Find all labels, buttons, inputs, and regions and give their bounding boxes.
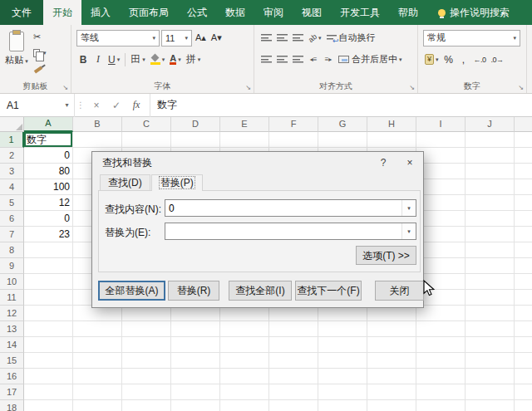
number-format-combobox[interactable]: 常规▾ [423, 30, 520, 46]
cell-I18[interactable] [416, 400, 466, 411]
clipboard-dialog-launcher[interactable]: ↘ [62, 85, 68, 91]
cell-J4[interactable] [466, 179, 515, 195]
cell-B16[interactable] [73, 369, 122, 384]
cell-F18[interactable] [269, 400, 318, 411]
column-header-B[interactable]: B [73, 117, 122, 132]
cell-A8[interactable] [24, 242, 73, 258]
cell-B1[interactable] [73, 132, 122, 148]
cell-A7[interactable]: 23 [24, 227, 73, 242]
cell-J9[interactable] [466, 258, 515, 274]
decrease-font-size-button[interactable]: A▾ [209, 30, 224, 46]
close-button[interactable]: 关闭 [375, 281, 424, 301]
cell-J8[interactable] [466, 242, 515, 258]
number-dialog-launcher[interactable]: ↘ [518, 85, 524, 91]
row-header-10[interactable]: 10 [0, 274, 24, 290]
cell-J10[interactable] [466, 274, 515, 290]
phonetic-button[interactable]: 拼▾ [185, 51, 203, 67]
cell-C18[interactable] [122, 400, 171, 411]
row-header-2[interactable]: 2 [0, 148, 24, 164]
cell-D16[interactable] [171, 369, 220, 384]
cell-A12[interactable] [24, 306, 73, 321]
cell-I16[interactable] [416, 369, 466, 384]
percent-style-button[interactable]: % [442, 51, 456, 67]
row-header-18[interactable]: 18 [0, 400, 24, 411]
font-color-button[interactable]: A▾ [168, 51, 182, 67]
decrease-indent-button[interactable]: ◂≡ [307, 51, 320, 67]
find-next-button[interactable]: 查找下一个(F) [295, 281, 362, 301]
row-header-5[interactable]: 5 [0, 195, 24, 211]
cell-I17[interactable] [416, 384, 466, 400]
row-header-11[interactable]: 11 [0, 290, 24, 306]
row-header-16[interactable]: 16 [0, 369, 24, 384]
row-header-7[interactable]: 7 [0, 227, 24, 242]
cell-H17[interactable] [367, 384, 416, 400]
cell-I1[interactable] [416, 132, 466, 148]
cell-J1[interactable] [466, 132, 515, 148]
cell-H18[interactable] [367, 400, 416, 411]
ribbon-tab-view[interactable]: 视图 [293, 0, 331, 25]
cancel-button[interactable]: × [86, 100, 106, 111]
increase-decimal-button[interactable]: ←.0 [472, 51, 488, 67]
cell-C17[interactable] [122, 384, 171, 400]
cell-I14[interactable] [416, 337, 466, 353]
cell-I13[interactable] [416, 321, 466, 337]
cell-J13[interactable] [466, 321, 515, 337]
cell-G13[interactable] [318, 321, 367, 337]
cell-F15[interactable] [269, 353, 318, 369]
column-header-H[interactable]: H [367, 117, 416, 132]
cell-J6[interactable] [466, 211, 515, 227]
cell-D15[interactable] [171, 353, 220, 369]
cell-F13[interactable] [269, 321, 318, 337]
cell-A4[interactable]: 100 [24, 179, 73, 195]
cell-G16[interactable] [318, 369, 367, 384]
cell-G1[interactable] [318, 132, 367, 148]
cell-J18[interactable] [466, 400, 515, 411]
row-header-8[interactable]: 8 [0, 242, 24, 258]
row-header-13[interactable]: 13 [0, 321, 24, 337]
cell-J5[interactable] [466, 195, 515, 211]
align-middle-button[interactable] [275, 30, 289, 46]
borders-button[interactable]: 田▾ [129, 51, 147, 67]
ribbon-tab-developer[interactable]: 开发工具 [331, 0, 389, 25]
cell-C15[interactable] [122, 353, 171, 369]
cell-D18[interactable] [171, 400, 220, 411]
cell-A15[interactable] [24, 353, 73, 369]
find-all-button[interactable]: 查找全部(I) [229, 281, 292, 301]
ribbon-tab-search[interactable]: 操作说明搜索 [429, 0, 519, 25]
cell-A11[interactable] [24, 290, 73, 306]
merge-center-button[interactable]: 合并后居中▾ [337, 51, 404, 67]
cell-F17[interactable] [269, 384, 318, 400]
cell-A9[interactable] [24, 258, 73, 274]
ribbon-tab-page-layout[interactable]: 页面布局 [120, 0, 178, 25]
cut-button[interactable]: ✂ [33, 31, 47, 43]
replace-all-button[interactable]: 全部替换(A) [98, 281, 165, 301]
ribbon-tab-insert[interactable]: 插入 [81, 0, 120, 25]
cell-G18[interactable] [318, 400, 367, 411]
ribbon-tab-file[interactable]: 文件 [0, 0, 43, 25]
cell-J11[interactable] [466, 290, 515, 306]
column-header-I[interactable]: I [416, 117, 466, 132]
cell-J12[interactable] [466, 306, 515, 321]
cell-J15[interactable] [466, 353, 515, 369]
align-center-button[interactable] [275, 51, 289, 67]
formula-bar-content[interactable]: 数字 [157, 98, 532, 112]
cell-C1[interactable] [122, 132, 171, 148]
italic-button[interactable]: I [91, 51, 105, 67]
dialog-tab-replace[interactable]: 替换(P) [151, 174, 203, 191]
column-header-A[interactable]: A [24, 117, 73, 132]
column-header-F[interactable]: F [269, 117, 318, 132]
row-header-4[interactable]: 4 [0, 179, 24, 195]
name-box-dropdown[interactable]: ▾ [60, 94, 75, 117]
cell-E15[interactable] [220, 353, 269, 369]
row-header-9[interactable]: 9 [0, 258, 24, 274]
bold-button[interactable]: B [76, 51, 90, 67]
cell-D14[interactable] [171, 337, 220, 353]
row-header-1[interactable]: 1 [0, 132, 24, 148]
cell-A18[interactable] [24, 400, 73, 411]
ribbon-tab-home[interactable]: 开始 [43, 0, 81, 25]
cell-J17[interactable] [466, 384, 515, 400]
row-header-17[interactable]: 17 [0, 384, 24, 400]
cell-A16[interactable] [24, 369, 73, 384]
ribbon-tab-formulas[interactable]: 公式 [178, 0, 216, 25]
font-dialog-launcher[interactable]: ↘ [245, 85, 251, 91]
